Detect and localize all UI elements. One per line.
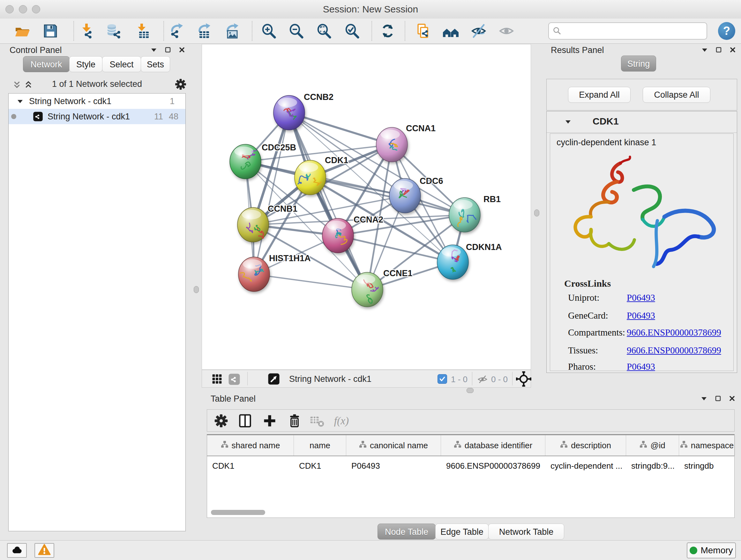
column-header-namespace[interactable]: namespace xyxy=(679,435,735,455)
left-splitter-handle[interactable] xyxy=(194,286,199,293)
cell-name[interactable]: CDK1 xyxy=(294,456,346,476)
column-header-databaseidentifier[interactable]: database identifier xyxy=(441,435,545,455)
crosslink-link[interactable]: P06493 xyxy=(627,361,655,372)
crosshair-icon[interactable] xyxy=(516,371,531,388)
network-node-CCNE1[interactable] xyxy=(352,272,383,307)
search-box[interactable] xyxy=(548,22,707,40)
function-builder-button[interactable]: f(x) xyxy=(333,413,350,428)
network-canvas[interactable]: CCNB2CCNA1CDC25BCDK1CDC6RB1CCNB1CCNA2CDK… xyxy=(202,44,531,370)
split-column-button[interactable] xyxy=(238,413,254,428)
network-node-CCNB2[interactable] xyxy=(273,96,305,130)
refresh-layout-button[interactable] xyxy=(380,23,396,39)
cell-databaseidentifier[interactable]: 9606.ENSP00000378699 xyxy=(441,456,545,476)
column-header-description[interactable]: description xyxy=(545,435,626,455)
search-input[interactable] xyxy=(562,24,706,38)
cell-sharedname[interactable]: CDK1 xyxy=(207,456,294,476)
tab-sets[interactable]: Sets xyxy=(141,56,170,72)
crosslink-link[interactable]: 9606.ENSP00000378699 xyxy=(627,345,721,356)
delete-column-button[interactable] xyxy=(287,413,304,428)
tab-style[interactable]: Style xyxy=(69,56,103,72)
external-link-icon[interactable] xyxy=(268,373,280,386)
panel-close-icon[interactable] xyxy=(729,395,735,403)
cloud-button[interactable] xyxy=(7,543,27,558)
network-graph[interactable]: CCNB2CCNA1CDC25BCDK1CDC6RB1CCNB1CCNA2CDK… xyxy=(202,44,531,369)
network-node-CDK1[interactable] xyxy=(294,160,326,195)
zoom-fit-button[interactable] xyxy=(316,23,332,39)
eye-hidden-icon[interactable] xyxy=(477,374,488,386)
network-options-gear-icon[interactable] xyxy=(174,78,187,92)
cell-canonicalname[interactable]: P06493 xyxy=(346,456,441,476)
panel-menu-icon[interactable] xyxy=(701,395,707,403)
network-node-CCNA1[interactable] xyxy=(376,127,408,162)
network-node-CCNB1[interactable] xyxy=(238,207,269,242)
hide-glasses-button[interactable] xyxy=(470,23,487,39)
expand-all-button[interactable]: Expand All xyxy=(568,87,630,103)
cell-id[interactable]: stringdb:9... xyxy=(626,456,679,476)
export-image-button[interactable] xyxy=(224,23,240,39)
help-button[interactable]: ? xyxy=(718,22,735,40)
open-session-button[interactable] xyxy=(14,23,30,39)
cell-description[interactable]: cyclin-dependent ... xyxy=(545,456,626,476)
network-collection-row[interactable]: String Network - cdk1 1 xyxy=(9,94,185,109)
copy-current-style-button[interactable] xyxy=(415,23,431,39)
table-settings-button[interactable] xyxy=(213,413,230,428)
network-row[interactable]: String Network - cdk1 11 48 xyxy=(9,109,185,124)
tab-edge-table[interactable]: Edge Table xyxy=(435,523,488,540)
tab-node-table[interactable]: Node Table xyxy=(378,523,435,540)
table-horizontal-scrollbar[interactable] xyxy=(211,510,265,515)
save-session-button[interactable] xyxy=(42,23,59,39)
column-header-canonicalname[interactable]: canonical name xyxy=(346,435,441,455)
panel-float-icon[interactable] xyxy=(165,47,171,54)
network-node-RB1[interactable] xyxy=(449,198,480,232)
crosslink-label: Tissues: xyxy=(568,345,598,356)
network-node-CDC25B[interactable] xyxy=(230,144,261,179)
selected-counts: 1 - 0 xyxy=(451,374,468,384)
network-node-CDC6[interactable] xyxy=(389,179,421,213)
column-header-sharedname[interactable]: shared name xyxy=(207,435,294,455)
panel-float-icon[interactable] xyxy=(715,395,721,403)
selected-checkbox[interactable] xyxy=(437,374,447,384)
network-node-CCNA2[interactable] xyxy=(322,219,354,253)
grid-view-icon[interactable] xyxy=(212,374,222,386)
zoom-out-button[interactable] xyxy=(288,23,305,39)
right-splitter-handle[interactable] xyxy=(534,209,539,216)
tab-string[interactable]: String xyxy=(621,56,656,71)
export-network-button[interactable] xyxy=(168,23,185,39)
crosslink-link[interactable]: P06493 xyxy=(627,310,655,321)
section-expander-icon[interactable] xyxy=(565,118,571,126)
share-network-icon[interactable] xyxy=(228,373,240,387)
bottom-splitter-handle[interactable] xyxy=(467,388,474,393)
panel-float-icon[interactable] xyxy=(716,47,722,54)
show-preview-button[interactable] xyxy=(498,23,515,39)
panel-close-icon[interactable] xyxy=(730,47,736,54)
cell-namespace[interactable]: stringdb xyxy=(679,456,735,476)
delete-table-button[interactable] xyxy=(309,413,326,428)
network-view-toolbar: String Network - cdk1 1 - 0 0 - 0 xyxy=(202,370,531,388)
panel-menu-icon[interactable] xyxy=(701,47,708,54)
column-header-id[interactable]: @id xyxy=(626,435,679,455)
column-header-name[interactable]: name xyxy=(294,435,346,455)
tab-network[interactable]: Network xyxy=(23,56,70,72)
export-table-button[interactable] xyxy=(196,23,212,39)
zoom-in-button[interactable] xyxy=(260,23,277,39)
string-network-icon xyxy=(33,111,43,122)
create-column-button[interactable] xyxy=(262,413,279,428)
tab-network-table[interactable]: Network Table xyxy=(488,523,564,540)
panel-close-icon[interactable] xyxy=(179,47,185,54)
string-home-button[interactable] xyxy=(443,23,459,39)
import-network-button[interactable] xyxy=(78,23,95,39)
table-row[interactable]: CDK1CDK1P064939606.ENSP00000378699cyclin… xyxy=(207,456,734,476)
import-table-button[interactable] xyxy=(134,23,151,39)
import-database-button[interactable] xyxy=(106,23,122,39)
collection-expander-icon[interactable] xyxy=(17,98,23,105)
memory-button[interactable]: Memory xyxy=(687,543,736,558)
network-node-CDKN1A[interactable] xyxy=(437,245,468,279)
panel-menu-icon[interactable] xyxy=(151,47,157,54)
collapse-all-button[interactable]: Collapse All xyxy=(643,87,711,103)
network-node-HIST1H1A[interactable] xyxy=(239,257,270,292)
crosslink-link[interactable]: P06493 xyxy=(627,293,655,303)
crosslink-link[interactable]: 9606.ENSP00000378699 xyxy=(627,327,721,338)
zoom-selected-button[interactable] xyxy=(344,23,360,39)
warnings-button[interactable] xyxy=(35,543,54,558)
tab-select[interactable]: Select xyxy=(102,56,141,72)
